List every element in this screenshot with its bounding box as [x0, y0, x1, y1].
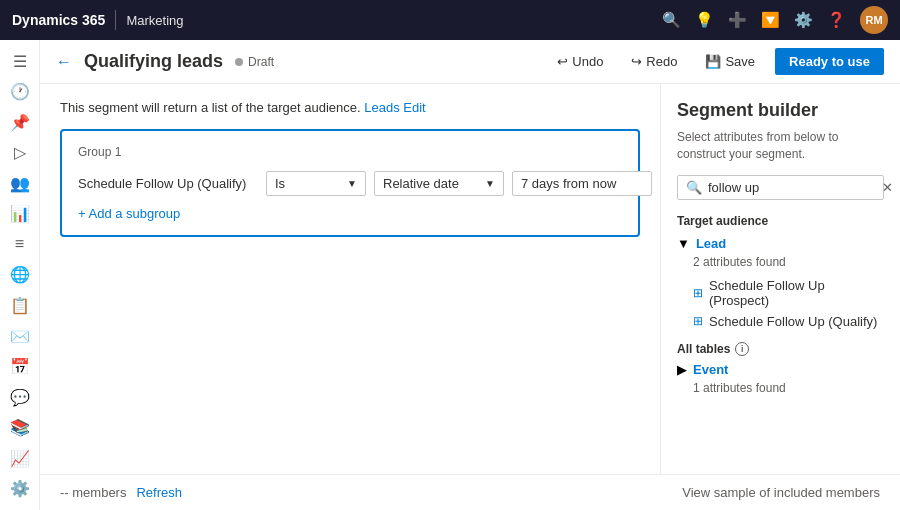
- all-tables-label: All tables: [677, 342, 730, 356]
- view-sample-label: View sample of included members: [682, 485, 880, 500]
- main-area: ← Qualifying leads Draft ↩ Undo ↪ Redo 💾…: [40, 40, 900, 510]
- sidebar-menu-icon[interactable]: ☰: [2, 48, 38, 75]
- plus-icon[interactable]: ➕: [728, 11, 747, 29]
- attribute-label-prospect: Schedule Follow Up (Prospect): [709, 278, 878, 308]
- attribute-item-prospect[interactable]: ⊞ Schedule Follow Up (Prospect): [677, 275, 884, 311]
- operator-value: Is: [275, 176, 285, 191]
- all-tables-info-icon[interactable]: i: [735, 342, 749, 356]
- sidebar-globe-icon[interactable]: 🌐: [2, 262, 38, 289]
- page-title: Qualifying leads: [84, 51, 223, 72]
- nav-divider: [115, 10, 116, 30]
- segment-edit-link[interactable]: Edit: [403, 100, 425, 115]
- ready-button[interactable]: Ready to use: [775, 48, 884, 75]
- refresh-link[interactable]: Refresh: [136, 485, 182, 500]
- top-nav: Dynamics 365 Marketing 🔍 💡 ➕ 🔽 ⚙️ ❓ RM: [0, 0, 900, 40]
- lead-entity-header[interactable]: ▼ Lead: [677, 236, 884, 251]
- event-entity-name: Event: [693, 362, 728, 377]
- page-content: This segment will return a list of the t…: [40, 84, 900, 510]
- attribute-icon-prospect: ⊞: [693, 286, 703, 300]
- sidebar-analytics-icon[interactable]: 📈: [2, 445, 38, 472]
- value-text: 7 days from now: [521, 176, 616, 191]
- command-bar: ← Qualifying leads Draft ↩ Undo ↪ Redo 💾…: [40, 40, 900, 84]
- sidebar-events-icon[interactable]: 📅: [2, 353, 38, 380]
- panel-description: Select attributes from below to construc…: [677, 129, 884, 163]
- panel-title: Segment builder: [677, 100, 884, 121]
- condition-row: Schedule Follow Up (Qualify) Is ▼ Relati…: [78, 171, 622, 196]
- search-box[interactable]: 🔍 ✕: [677, 175, 884, 200]
- sidebar-journeys-icon[interactable]: ≡: [2, 231, 38, 258]
- sidebar: ☰ 🕐 📌 ▷ 👥 📊 ≡ 🌐 📋 ✉️ 📅 💬 📚 📈 ⚙️: [0, 40, 40, 510]
- lead-entity-group: ▼ Lead 2 attributes found ⊞ Schedule Fol…: [677, 236, 884, 332]
- sidebar-chat-icon[interactable]: 💬: [2, 384, 38, 411]
- redo-icon: ↪: [631, 54, 642, 69]
- segment-desc-text: This segment will return a list of the t…: [60, 100, 361, 115]
- event-entity-group: ▶ Event 1 attributes found: [677, 362, 884, 395]
- operator-select[interactable]: Is ▼: [266, 171, 366, 196]
- segment-panel: Segment builder Select attributes from b…: [660, 84, 900, 474]
- search-input[interactable]: [708, 180, 876, 195]
- lead-collapse-icon: ▼: [677, 236, 690, 251]
- sidebar-segments-icon[interactable]: 📊: [2, 201, 38, 228]
- search-icon[interactable]: 🔍: [662, 11, 681, 29]
- nav-icons: 🔍 💡 ➕ 🔽 ⚙️ ❓ RM: [662, 6, 888, 34]
- sidebar-home-icon[interactable]: 🕐: [2, 79, 38, 106]
- sidebar-recent-icon[interactable]: 📌: [2, 109, 38, 136]
- attribute-item-qualify[interactable]: ⊞ Schedule Follow Up (Qualify): [677, 311, 884, 332]
- module-name: Marketing: [126, 13, 183, 28]
- undo-label: Undo: [572, 54, 603, 69]
- search-icon: 🔍: [686, 180, 702, 195]
- segment-area: This segment will return a list of the t…: [40, 84, 660, 474]
- undo-icon: ↩: [557, 54, 568, 69]
- condition-field-name: Schedule Follow Up (Qualify): [78, 176, 258, 191]
- add-subgroup-button[interactable]: + Add a subgroup: [78, 206, 622, 221]
- lead-entity-name: Lead: [696, 236, 726, 251]
- footer-right: View sample of included members: [682, 485, 880, 500]
- add-subgroup-label: + Add a subgroup: [78, 206, 180, 221]
- sidebar-forms-icon[interactable]: 📋: [2, 292, 38, 319]
- event-expand-icon: ▶: [677, 362, 687, 377]
- attribute-label-qualify: Schedule Follow Up (Qualify): [709, 314, 877, 329]
- operator-chevron: ▼: [347, 178, 357, 189]
- clear-search-icon[interactable]: ✕: [882, 180, 893, 195]
- group-box: Group 1 Schedule Follow Up (Qualify) Is …: [60, 129, 640, 237]
- back-button[interactable]: ←: [56, 53, 72, 71]
- condition-value: 7 days from now: [512, 171, 652, 196]
- sidebar-marketing-icon[interactable]: ▷: [2, 140, 38, 167]
- date-type-chevron: ▼: [485, 178, 495, 189]
- date-type-value: Relative date: [383, 176, 459, 191]
- footer-left: -- members Refresh: [60, 485, 182, 500]
- undo-button[interactable]: ↩ Undo: [549, 50, 611, 73]
- brand-name: Dynamics 365: [12, 12, 105, 28]
- redo-button[interactable]: ↪ Redo: [623, 50, 685, 73]
- attribute-icon-qualify: ⊞: [693, 314, 703, 328]
- event-attributes-count: 1 attributes found: [693, 381, 884, 395]
- status-badge: Draft: [235, 55, 274, 69]
- status-label: Draft: [248, 55, 274, 69]
- save-label: Save: [725, 54, 755, 69]
- group-label: Group 1: [78, 145, 622, 159]
- status-dot: [235, 58, 243, 66]
- sidebar-settings2-icon[interactable]: ⚙️: [2, 475, 38, 502]
- sidebar-contacts-icon[interactable]: 👥: [2, 170, 38, 197]
- segment-entity-link[interactable]: Leads: [364, 100, 399, 115]
- redo-label: Redo: [646, 54, 677, 69]
- sidebar-email-icon[interactable]: ✉️: [2, 323, 38, 350]
- lightbulb-icon[interactable]: 💡: [695, 11, 714, 29]
- user-avatar[interactable]: RM: [860, 6, 888, 34]
- segment-description: This segment will return a list of the t…: [60, 100, 640, 115]
- app-body: ☰ 🕐 📌 ▷ 👥 📊 ≡ 🌐 📋 ✉️ 📅 💬 📚 📈 ⚙️ ← Qualif…: [0, 40, 900, 510]
- lead-attributes-count: 2 attributes found: [693, 255, 884, 269]
- save-button[interactable]: 💾 Save: [697, 50, 763, 73]
- settings-icon[interactable]: ⚙️: [794, 11, 813, 29]
- event-entity-header[interactable]: ▶ Event: [677, 362, 884, 377]
- sidebar-library-icon[interactable]: 📚: [2, 414, 38, 441]
- filter-icon[interactable]: 🔽: [761, 11, 780, 29]
- date-type-select[interactable]: Relative date ▼: [374, 171, 504, 196]
- all-tables-header: All tables i: [677, 342, 884, 356]
- content-with-panel: This segment will return a list of the t…: [40, 84, 900, 474]
- help-icon[interactable]: ❓: [827, 11, 846, 29]
- footer-bar: -- members Refresh View sample of includ…: [40, 474, 900, 510]
- brand-logo: Dynamics 365: [12, 12, 105, 28]
- target-audience-label: Target audience: [677, 214, 884, 228]
- save-icon: 💾: [705, 54, 721, 69]
